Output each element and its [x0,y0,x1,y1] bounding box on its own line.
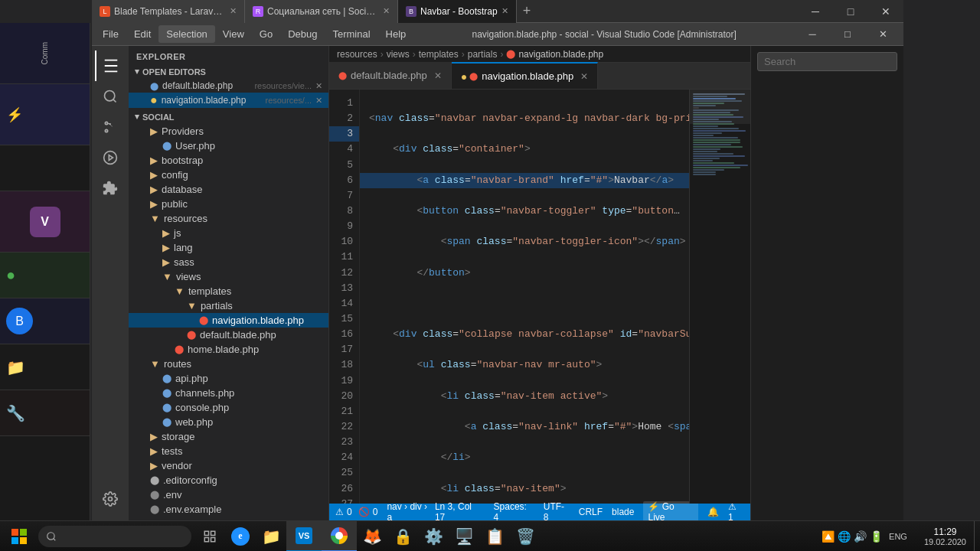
breadcrumb-templates[interactable]: templates [419,49,459,60]
taskbar-app7[interactable]: ⚙️ [418,521,449,552]
menu-view[interactable]: View [215,25,252,43]
sidebar-item-navigation[interactable]: ⬤ navigation.blade.php [129,313,328,328]
sidebar-item-views[interactable]: ▼ views [129,269,328,284]
sidebar-item-tests[interactable]: ▶ tests [129,444,328,458]
breadcrumb-partials[interactable]: partials [468,49,498,60]
sidebar-item-js[interactable]: ▶ js [129,226,328,240]
status-spaces[interactable]: Spaces: 4 [494,501,534,520]
menu-help[interactable]: Help [378,25,414,43]
close-button[interactable]: ✕ [868,0,903,23]
sidebar-item-vendor[interactable]: ▶ vendor [129,458,328,473]
systray-icon-battery[interactable]: 🔋 [870,530,883,543]
open-editors-header[interactable]: ▾ OPEN EDITORS [129,64,328,79]
status-position[interactable]: Ln 3, Col 17 [435,501,485,520]
menu-maximize[interactable]: □ [830,23,865,46]
sidebar-item-defaultblade[interactable]: ⬤ default.blade.php [129,328,328,342]
tab1-close[interactable]: ✕ [230,6,237,16]
menu-selection[interactable]: Selection [158,25,214,43]
code-content[interactable]: <nav class="navbar navbar-expand-lg navb… [360,90,689,504]
systray-icon-1[interactable]: 🔼 [822,530,835,543]
sidebar-item-envexample[interactable]: ⬤ .env.example [129,502,328,517]
sidebar-item-public[interactable]: ▶ public [129,197,328,211]
activity-explorer[interactable] [95,51,126,81]
breadcrumb-resources[interactable]: resources [337,49,377,60]
sidebar-item-database[interactable]: ▶ database [129,182,328,197]
systray-icon-network[interactable]: 🌐 [838,530,851,543]
taskbar-chrome[interactable] [322,521,357,552]
explorer-header[interactable]: EXPLORER [129,46,328,64]
sidebar-item-providers[interactable]: ▶ Providers [129,124,328,139]
taskbar-clock[interactable]: 11:29 19.02.2020 [916,527,974,546]
sidebar-item-lang[interactable]: ▶ lang [129,240,328,255]
taskbar-vscode[interactable]: VS [286,521,322,552]
browser-tab-2[interactable]: R Социальная сеть | SocialNetwo... ✕ [245,0,398,23]
menu-file[interactable]: File [95,25,126,43]
taskbar-app10[interactable]: 🗑️ [510,521,541,552]
show-desktop[interactable] [974,521,980,552]
menu-minimize[interactable]: ─ [795,23,830,46]
code-editor[interactable]: 1234567891011121314151617181920212223242… [329,90,750,504]
oe-item-2[interactable]: ● navigation.blade.php resources/... ✕ [129,93,328,108]
oe-item1-close[interactable]: ✕ [315,81,322,91]
menu-debug[interactable]: Debug [280,25,325,43]
sidebar-item-channels[interactable]: ⬤ channels.php [129,386,328,400]
activity-search[interactable] [95,81,126,112]
taskbar-file-explorer[interactable]: 📁 [256,521,286,552]
sidebar-item-sass[interactable]: ▶ sass [129,255,328,269]
sidebar-item-resources[interactable]: ▼ resources [129,211,328,226]
menu-edit[interactable]: Edit [126,25,158,43]
status-golive[interactable]: ⚡ Go Live [643,501,698,520]
sidebar-item-userphp[interactable]: ⬤ User.php [129,139,328,153]
oe-item2-close[interactable]: ✕ [315,96,322,106]
taskbar-app6[interactable]: 🔒 [387,521,418,552]
status-warning[interactable]: ⚠ 1 [728,501,744,520]
activity-settings[interactable] [95,484,126,514]
menu-close[interactable]: ✕ [865,23,900,46]
sidebar-item-routes[interactable]: ▼ routes [129,357,328,371]
menu-go[interactable]: Go [252,25,280,43]
status-errors[interactable]: ⚠ 0 🚫 0 [335,507,377,517]
tab2-close[interactable]: ✕ [383,6,390,16]
oe-item-1[interactable]: ⬤ default.blade.php resources/vie... ✕ [129,79,328,93]
status-eol[interactable]: CRLF [579,507,603,517]
taskbar-search[interactable] [38,526,191,547]
task-view-button[interactable] [194,521,225,552]
systray-lang[interactable]: ENG [886,532,910,541]
sidebar-item-editorconfig[interactable]: ⬤ .editorconfig [129,473,328,487]
activity-git[interactable] [95,112,126,142]
systray-icon-volume[interactable]: 🔊 [854,530,867,543]
tab-default-close[interactable]: ✕ [434,70,442,81]
browser-tab-1[interactable]: L Blade Templates - Laravel - The... ✕ [92,0,245,23]
status-notification[interactable]: 🔔 [707,507,719,517]
editor-tab-navigation[interactable]: ● ⬤ navigation.blade.php ✕ [452,62,598,89]
maximize-button[interactable]: □ [833,0,868,23]
sidebar-item-env[interactable]: ⬤ .env [129,487,328,502]
sidebar-item-templates[interactable]: ▼ templates [129,284,328,298]
editor-tab-default[interactable]: ⬤ default.blade.php ✕ [329,62,452,89]
activity-extensions[interactable] [95,173,126,204]
taskbar-firefox[interactable]: 🦊 [357,521,387,552]
sidebar-item-bootstrap[interactable]: ▶ bootstrap [129,153,328,168]
sidebar-item-api[interactable]: ⬤ api.php [129,371,328,386]
new-tab-button[interactable]: + [517,0,537,23]
browser-tab-3[interactable]: B Navbar - Bootstrap ✕ [398,0,517,23]
taskbar-ie[interactable]: e [225,521,256,552]
status-language[interactable]: blade [612,507,634,517]
menu-terminal[interactable]: Terminal [325,25,377,43]
sidebar-item-storage[interactable]: ▶ storage [129,429,328,444]
social-header[interactable]: ▾ SOCIAL [129,109,328,124]
breadcrumb-views[interactable]: views [387,49,410,60]
activity-debug[interactable] [95,142,126,173]
sidebar-item-home[interactable]: ⬤ home.blade.php [129,342,328,357]
sidebar-item-partials[interactable]: ▼ partials [129,298,328,313]
taskbar-app8[interactable]: 🖥️ [449,521,479,552]
start-button[interactable] [0,521,38,552]
sidebar-item-config[interactable]: ▶ config [129,168,328,182]
tab-navigation-close[interactable]: ✕ [580,71,588,82]
right-search-input[interactable] [757,52,897,71]
taskbar-app9[interactable]: 📋 [479,521,510,552]
breadcrumb-file[interactable]: navigation.blade.php [518,49,603,60]
status-encoding[interactable]: UTF-8 [544,501,570,520]
sidebar-item-console[interactable]: ⬤ console.php [129,400,328,415]
minimize-button[interactable]: ─ [798,0,833,23]
